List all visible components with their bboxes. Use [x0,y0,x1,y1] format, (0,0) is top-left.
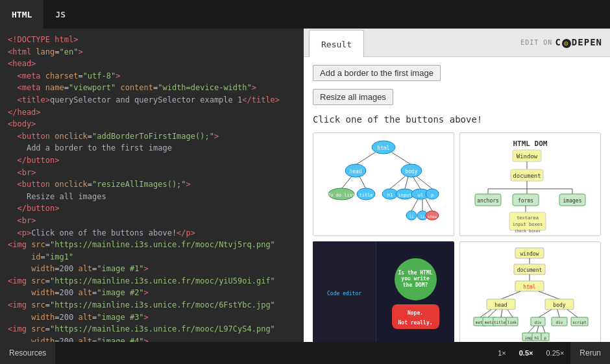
dom-box-svg: HTML DOM Window document anchors [469,136,592,233]
dom-tree-svg-1: html head body To do list title [322,136,445,233]
svg-line-73 [501,309,502,317]
svg-text:html: html [377,145,389,151]
svg-line-2 [356,152,375,165]
svg-line-17 [417,176,432,189]
svg-text:p: p [544,335,546,341]
svg-text:document: document [517,267,543,273]
svg-text:body: body [405,169,417,175]
rerun-button[interactable]: Rerun [570,342,610,364]
tab-result[interactable]: Result [309,30,364,58]
svg-text:h1: h1 [534,335,539,340]
svg-text:title: title [359,193,372,198]
svg-text:html: html [523,284,535,290]
svg-text:h1: h1 [387,193,393,198]
svg-text:check boxes: check boxes [515,228,541,233]
tab-js[interactable]: JS [43,0,77,29]
svg-line-9 [360,176,366,189]
svg-line-83 [539,309,552,317]
code-editor: <!DOCTYPE html> <html lang="en"> <head> … [0,29,304,342]
svg-line-66 [539,291,559,299]
click-message: Click one of the buttons above! [313,114,601,125]
images-grid: html head body To do list title [313,132,601,342]
svg-text:head: head [494,302,507,308]
dom-tree-svg-2: window document html head body [469,245,592,342]
svg-text:img: img [525,335,532,341]
svg-line-28 [426,199,432,211]
svg-text:images: images [563,198,582,204]
svg-text:head: head [349,169,361,175]
bottom-bar: Resources 1× 0.5× 0.25× Rerun [0,342,610,364]
svg-line-15 [405,176,408,189]
image-1: html head body To do list title [313,132,454,236]
svg-line-74 [507,309,513,317]
zoom-1x-button[interactable]: 1× [491,342,513,364]
svg-text:li: li [420,214,425,219]
svg-line-3 [392,152,411,165]
svg-text:textarea: textarea [517,215,539,221]
svg-text:body: body [553,302,565,308]
svg-line-8 [341,176,352,189]
svg-text:forms: forms [518,198,533,204]
svg-line-92 [528,326,535,333]
svg-text:window: window [520,251,539,257]
image-3: Code editor Is the HTML you write the DO… [313,241,454,342]
image-2: HTML DOM Window document anchors [459,132,601,236]
svg-text:Window: Window [517,153,538,160]
svg-line-26 [411,199,418,211]
svg-text:ul: ul [418,193,423,198]
result-header: Result EDIT ON C◎DEPEN [304,29,610,57]
image-4: window document html head body [459,241,601,342]
resources-button[interactable]: Resources [0,342,55,364]
resize-images-button[interactable]: Resize all images [313,89,393,105]
svg-text:script: script [572,320,587,325]
svg-text:div: div [535,320,542,324]
svg-line-65 [501,291,520,299]
svg-text:li: li [409,214,414,219]
svg-line-85 [567,309,578,317]
result-content: Add a border to the first image Resize a… [304,57,610,342]
svg-line-14 [390,176,405,189]
svg-text:title: title [494,320,506,324]
svg-text:document: document [513,173,541,179]
svg-text:meta: meta [485,320,494,324]
svg-line-84 [557,309,559,317]
zoom-controls: 1× 0.5× 0.25× [491,342,570,364]
result-panel: Result EDIT ON C◎DEPEN Add a border to t… [304,29,610,342]
svg-line-94 [543,326,545,333]
svg-text:To do list: To do list [328,193,355,198]
svg-text:input: input [398,193,411,198]
codepen-brand: C◎DEPEN [555,37,602,48]
codepen-logo: EDIT ON C◎DEPEN [520,37,602,48]
svg-text:p: p [431,193,433,198]
svg-text:show: show [428,214,437,219]
svg-text:link: link [507,320,517,324]
svg-text:HTML DOM: HTML DOM [513,140,548,148]
add-border-button[interactable]: Add a border to the first image [313,65,441,81]
svg-text:div: div [556,320,563,324]
zoom-025x-button[interactable]: 0.25× [539,342,570,364]
edit-on-label: EDIT ON [520,39,552,46]
svg-line-93 [537,326,539,333]
zoom-05x-button[interactable]: 0.5× [513,342,540,364]
svg-text:anchors: anchors [477,198,499,204]
svg-text:input boxes: input boxes [513,222,543,227]
tab-html[interactable]: HTML [0,0,43,29]
